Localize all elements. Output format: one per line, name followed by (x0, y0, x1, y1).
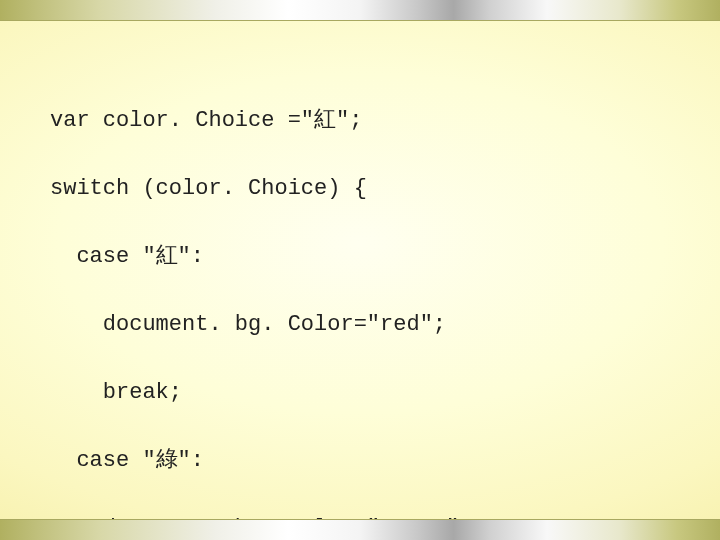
bottom-border-band (0, 519, 720, 540)
top-border-band (0, 0, 720, 21)
code-line: case "綠": (50, 444, 472, 478)
code-block: var color. Choice ="紅"; switch (color. C… (50, 70, 472, 540)
code-line: document. bg. Color="red"; (50, 308, 472, 342)
code-line: switch (color. Choice) { (50, 172, 472, 206)
code-line: break; (50, 376, 472, 410)
code-line: var color. Choice ="紅"; (50, 104, 472, 138)
slide: var color. Choice ="紅"; switch (color. C… (0, 0, 720, 540)
code-line: case "紅": (50, 240, 472, 274)
